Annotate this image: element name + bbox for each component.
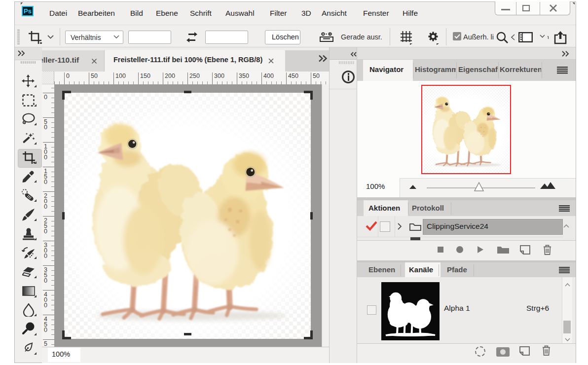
svg-text:300: 300: [214, 73, 224, 79]
svg-text:0: 0: [44, 179, 47, 185]
svg-text:100: 100: [115, 73, 126, 79]
svg-text:0: 0: [44, 94, 47, 101]
svg-text:0: 0: [44, 228, 47, 235]
svg-text:5: 5: [44, 340, 47, 347]
svg-text:350: 350: [239, 73, 249, 79]
svg-text:50: 50: [91, 73, 98, 79]
svg-text:0: 0: [66, 73, 70, 79]
svg-text:250: 250: [189, 73, 200, 79]
svg-text:400: 400: [263, 73, 274, 79]
svg-text:450: 450: [288, 73, 298, 79]
svg-text:200: 200: [165, 73, 175, 79]
svg-text:0: 0: [44, 253, 47, 259]
svg-text:0: 0: [44, 302, 47, 309]
svg-text:150: 150: [140, 73, 150, 79]
svg-text:0: 0: [44, 327, 47, 333]
svg-text:0: 0: [44, 203, 47, 210]
svg-text:0: 0: [44, 154, 47, 161]
svg-text:0: 0: [44, 124, 47, 131]
svg-text:50: 50: [313, 73, 320, 79]
svg-text:0: 0: [44, 277, 47, 284]
